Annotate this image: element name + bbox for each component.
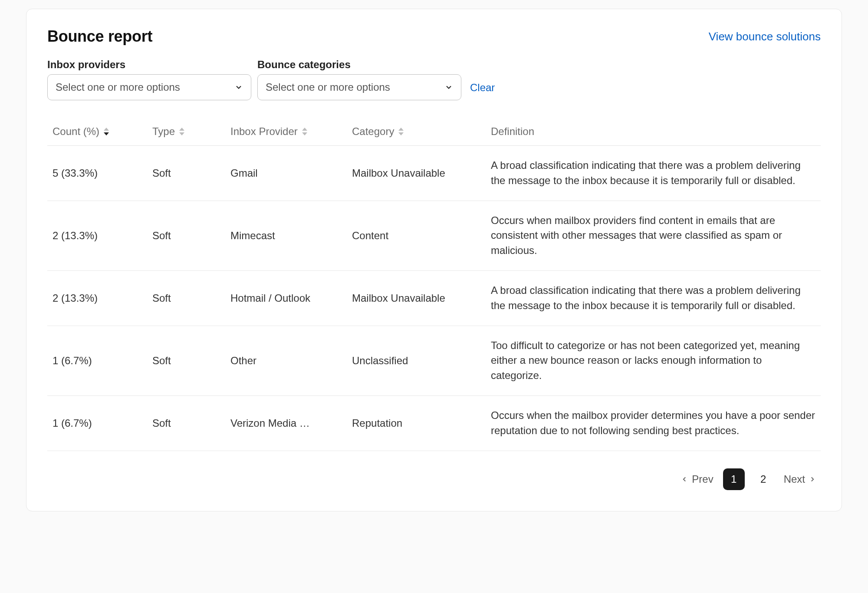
column-header-provider-label: Inbox Provider (230, 125, 298, 138)
cell-count: 2 (13.3%) (47, 201, 147, 270)
pagination-page-2[interactable]: 2 (753, 468, 774, 490)
bounce-table: Count (%) Type (47, 118, 821, 451)
cell-type: Soft (147, 270, 225, 326)
cell-provider: Mimecast (225, 201, 347, 270)
pagination-page-1[interactable]: 1 (723, 468, 745, 490)
cell-definition: A broad classification indicating that t… (486, 146, 821, 201)
chevron-down-icon (234, 83, 243, 92)
pagination-pages: 12 (723, 468, 774, 490)
column-header-definition: Definition (491, 125, 815, 138)
table-row: 2 (13.3%)SoftMimecastContentOccurs when … (47, 201, 821, 270)
cell-category: Mailbox Unavailable (347, 270, 486, 326)
column-header-count[interactable]: Count (%) (53, 125, 142, 138)
cell-type: Soft (147, 326, 225, 395)
cell-definition: Occurs when the mailbox provider determi… (486, 395, 821, 451)
pagination: Prev 12 Next (47, 468, 821, 490)
cell-definition: Too difficult to categorize or has not b… (486, 326, 821, 395)
chevron-left-icon (681, 475, 688, 483)
header-row: Bounce report View bounce solutions (47, 27, 821, 46)
cell-category: Unclassified (347, 326, 486, 395)
inbox-providers-label: Inbox providers (47, 59, 251, 71)
cell-category: Mailbox Unavailable (347, 146, 486, 201)
pagination-next[interactable]: Next (784, 473, 816, 485)
column-header-provider[interactable]: Inbox Provider (230, 125, 342, 138)
table-row: 1 (6.7%)SoftVerizon Media …ReputationOcc… (47, 395, 821, 451)
pagination-prev[interactable]: Prev (681, 473, 713, 485)
cell-count: 2 (13.3%) (47, 270, 147, 326)
sort-icon (104, 128, 109, 135)
bounce-table-body: 5 (33.3%)SoftGmailMailbox UnavailableA b… (47, 146, 821, 451)
cell-provider: Verizon Media … (225, 395, 347, 451)
cell-count: 5 (33.3%) (47, 146, 147, 201)
filter-inbox-providers: Inbox providers Select one or more optio… (47, 59, 251, 100)
cell-type: Soft (147, 146, 225, 201)
cell-definition: A broad classification indicating that t… (486, 270, 821, 326)
cell-definition: Occurs when mailbox providers find conte… (486, 201, 821, 270)
chevron-right-icon (809, 475, 816, 483)
column-header-type-label: Type (152, 125, 175, 138)
table-row: 5 (33.3%)SoftGmailMailbox UnavailableA b… (47, 146, 821, 201)
sort-icon (302, 128, 307, 135)
clear-filters-link[interactable]: Clear (467, 82, 495, 100)
pagination-prev-label: Prev (692, 473, 713, 485)
filter-bounce-categories: Bounce categories Select one or more opt… (257, 59, 461, 100)
bounce-report-card: Bounce report View bounce solutions Inbo… (26, 9, 842, 511)
cell-count: 1 (6.7%) (47, 326, 147, 395)
inbox-providers-select[interactable]: Select one or more options (47, 74, 251, 100)
cell-provider: Gmail (225, 146, 347, 201)
cell-type: Soft (147, 201, 225, 270)
bounce-categories-label: Bounce categories (257, 59, 461, 71)
chevron-down-icon (444, 83, 453, 92)
column-header-count-label: Count (%) (53, 125, 99, 138)
sort-icon (179, 128, 184, 135)
sort-icon (398, 128, 404, 135)
inbox-providers-placeholder: Select one or more options (56, 81, 180, 93)
pagination-next-label: Next (784, 473, 805, 485)
page-title: Bounce report (47, 27, 152, 46)
view-bounce-solutions-link[interactable]: View bounce solutions (709, 30, 821, 43)
bounce-categories-select[interactable]: Select one or more options (257, 74, 461, 100)
bounce-categories-placeholder: Select one or more options (266, 81, 390, 93)
column-header-type[interactable]: Type (152, 125, 220, 138)
table-row: 1 (6.7%)SoftOtherUnclassifiedToo difficu… (47, 326, 821, 395)
cell-type: Soft (147, 395, 225, 451)
table-row: 2 (13.3%)SoftHotmail / OutlookMailbox Un… (47, 270, 821, 326)
cell-count: 1 (6.7%) (47, 395, 147, 451)
filters-row: Inbox providers Select one or more optio… (47, 59, 821, 100)
cell-category: Content (347, 201, 486, 270)
cell-category: Reputation (347, 395, 486, 451)
cell-provider: Other (225, 326, 347, 395)
column-header-category[interactable]: Category (352, 125, 480, 138)
cell-provider: Hotmail / Outlook (225, 270, 347, 326)
column-header-category-label: Category (352, 125, 394, 138)
column-header-definition-label: Definition (491, 125, 534, 138)
